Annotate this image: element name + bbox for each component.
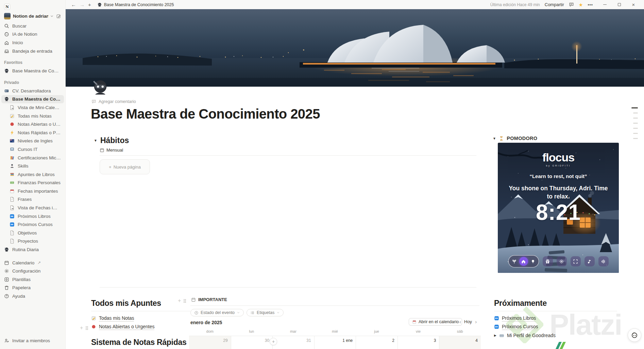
sidebar-item-label: Plantillas bbox=[12, 277, 31, 282]
drag-handle-icon[interactable] bbox=[86, 326, 87, 327]
sidebar-item-label: Calendario bbox=[12, 260, 34, 265]
sidebar-item[interactable]: Vista de Mini-Calendar for... ↗ bbox=[1, 103, 64, 112]
more-options-button[interactable]: ••• bbox=[588, 2, 593, 7]
sidebar-item[interactable]: Vista de Fechas importantes ↗ bbox=[1, 204, 64, 212]
sidebar-item[interactable]: Bandeja de entrada ↗ bbox=[1, 47, 64, 55]
pomodoro-flocus-widget[interactable]: flocus by GRIDFITI “Learn to rest, not q… bbox=[498, 143, 619, 273]
proximamente-heading: Próximamente bbox=[494, 299, 617, 311]
drag-handle-icon[interactable] bbox=[184, 299, 185, 300]
notion-ai-button[interactable] bbox=[628, 328, 641, 342]
external-link-arrow-icon: ↗ bbox=[37, 260, 41, 265]
share-button[interactable]: Compartir bbox=[545, 2, 564, 7]
importante-db-title[interactable]: IMPORTANTE bbox=[191, 297, 227, 302]
sidebar-item[interactable]: Frases ↗ bbox=[1, 195, 64, 204]
page-link[interactable]: Notas Abiertas o Urgentes bbox=[91, 322, 154, 331]
page-link[interactable]: Próximos Libros bbox=[494, 314, 536, 322]
toggle-right-icon[interactable]: ▶ bbox=[494, 334, 496, 337]
filter-estado-del-evento[interactable]: Estado del evento bbox=[190, 309, 244, 316]
sidebar-item[interactable]: Notas Rápidas o Pasajeras ↗ bbox=[1, 128, 64, 137]
calendar-cell[interactable]: 1 ene bbox=[314, 336, 356, 349]
add-comment[interactable]: Agregar comentario bbox=[91, 99, 136, 104]
sidebar-item[interactable]: Buscar ↗ bbox=[1, 22, 64, 30]
sidebar-item[interactable]: Calendario ↗ bbox=[1, 259, 64, 267]
add-event-button[interactable]: + bbox=[270, 338, 277, 345]
window-restore-button[interactable] bbox=[612, 0, 626, 9]
sidebar-item[interactable]: Finanzas Personales ↗ bbox=[1, 179, 64, 187]
page-link[interactable]: Próximos Cursos bbox=[494, 322, 538, 331]
sidebar-item[interactable]: Fechas importantes ↗ bbox=[1, 187, 64, 195]
sidebar-item[interactable]: Rutina Diaria ↗ bbox=[1, 245, 64, 254]
sidebar-item[interactable]: Inicio ↗ bbox=[1, 38, 64, 47]
today-button[interactable]: Hoy bbox=[464, 319, 472, 324]
block-handle[interactable]: + bbox=[178, 298, 185, 304]
home-mode-button[interactable] bbox=[519, 257, 528, 266]
calendar-cell[interactable]: 29 bbox=[189, 336, 231, 349]
ambience-leaf-icon[interactable] bbox=[512, 259, 517, 264]
sidebar-item[interactable]: Base Maestra de Conocimi... ↗ bbox=[1, 67, 64, 75]
sidebar-top-nav: Buscar ↗ IA de Notion ↗ Inicio ↗ Bandeja… bbox=[0, 22, 65, 55]
sidebar-item-label: Vista de Fechas importantes bbox=[18, 205, 61, 210]
sidebar-item[interactable]: Apuntes de Libros ↗ bbox=[1, 170, 64, 179]
page-icon-ninja[interactable] bbox=[91, 78, 109, 97]
sidebar-item-icon bbox=[4, 260, 9, 265]
sidebar-item[interactable]: Plantillas ↗ bbox=[1, 275, 64, 284]
tray-icon bbox=[499, 333, 504, 338]
sidebar-item[interactable]: IA de Notion ↗ bbox=[1, 30, 64, 39]
new-page-button[interactable]: +Nueva página bbox=[100, 159, 150, 174]
sidebar-item[interactable]: Cursos IT ↗ bbox=[1, 145, 64, 154]
block-handle[interactable]: + bbox=[80, 325, 87, 331]
sidebar-item[interactable]: Papelera ↗ bbox=[1, 284, 64, 292]
sidebar-item-label: Apuntes de Libros bbox=[18, 172, 55, 177]
calendar-cell[interactable]: 2 bbox=[356, 336, 397, 349]
sidebar-item[interactable]: Niveles de Ingles ↗ bbox=[1, 137, 64, 145]
prev-month-button[interactable]: ‹ bbox=[459, 319, 461, 325]
next-month-button[interactable]: › bbox=[475, 319, 477, 325]
breadcrumb[interactable]: Base Maestra de Conocimiento 2025 bbox=[97, 2, 174, 7]
focus-bulb-icon[interactable] bbox=[530, 259, 536, 264]
notion-logo-icon[interactable]: N bbox=[4, 4, 10, 10]
table-of-contents-indicator[interactable] bbox=[631, 107, 638, 139]
sidebar-item[interactable]: Certificaciones Microsoft ↗ bbox=[1, 154, 64, 162]
music-button[interactable] bbox=[584, 256, 595, 266]
sidebar-item[interactable]: Notas Abiertas o Urgentes ↗ bbox=[1, 120, 64, 128]
sidebar-item[interactable]: Objetivos ↗ bbox=[1, 229, 64, 237]
proximamente-section: Próximamente Próximos Libros Próximos Cu… bbox=[494, 299, 617, 340]
forward-button[interactable]: → bbox=[80, 2, 85, 7]
view-tab-mensual[interactable]: Mensual bbox=[100, 147, 123, 155]
back-button[interactable]: ← bbox=[71, 2, 76, 7]
goodreads-toggle-item[interactable]: ▶ Mi Perfil de Goodreads bbox=[494, 331, 617, 340]
new-tab-button[interactable]: + bbox=[88, 2, 91, 7]
fullscreen-button[interactable] bbox=[571, 256, 581, 266]
toggle-triangle-icon[interactable]: ▼ bbox=[94, 139, 97, 142]
open-in-calendar-button[interactable]: Abrir en el calendario bbox=[409, 318, 462, 326]
filter-etiquetas[interactable]: Etiquetas bbox=[247, 309, 284, 316]
compose-icon[interactable] bbox=[56, 14, 61, 19]
sidebar-item[interactable]: CV. Desarrolladora ↗ bbox=[1, 87, 64, 95]
favorite-star-icon[interactable]: ★ bbox=[579, 2, 583, 7]
sidebar-item[interactable]: Próximos Libros ↗ bbox=[1, 212, 64, 221]
calendar-cell[interactable]: 4 bbox=[439, 336, 481, 349]
sidebar-item[interactable]: Proyectos ↗ bbox=[1, 237, 64, 246]
page-link[interactable]: Todas mis Notas bbox=[91, 314, 134, 322]
workspace-switcher[interactable]: Notion de adriana g... bbox=[1, 12, 64, 20]
window-close-button[interactable]: × bbox=[626, 0, 641, 9]
sidebar-item[interactable]: Todas mis Notas ↗ bbox=[1, 112, 64, 120]
comments-icon[interactable] bbox=[569, 2, 574, 7]
calendar-cell[interactable]: 31 bbox=[272, 336, 314, 349]
sidebar-item[interactable]: Configuración ↗ bbox=[1, 267, 64, 275]
toggle-triangle-icon[interactable]: ▼ bbox=[493, 137, 496, 140]
sidebar-item[interactable]: Ayuda ↗ bbox=[1, 292, 64, 300]
sidebar-item[interactable]: Base Maestra de Conocimi... ↗ bbox=[1, 95, 64, 104]
settings-button[interactable] bbox=[557, 256, 567, 266]
add-block-icon[interactable]: + bbox=[80, 325, 83, 331]
page-cover-image[interactable] bbox=[66, 9, 644, 87]
add-block-icon[interactable]: + bbox=[178, 298, 181, 304]
calendar-cell[interactable]: 30 bbox=[231, 336, 273, 349]
calendar-cell[interactable]: 3 bbox=[397, 336, 439, 349]
invite-members-button[interactable]: Invitar a miembros bbox=[1, 336, 64, 345]
sounds-button[interactable] bbox=[598, 256, 609, 266]
sidebar-item[interactable]: Skills ↗ bbox=[1, 162, 64, 170]
gift-button[interactable] bbox=[543, 256, 553, 266]
window-minimize-button[interactable] bbox=[598, 0, 612, 9]
sidebar-item[interactable]: Próximos Cursos ↗ bbox=[1, 220, 64, 229]
